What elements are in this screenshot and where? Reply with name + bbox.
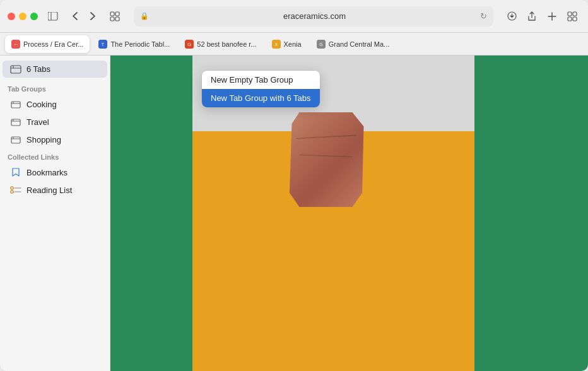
sidebar-item-shopping[interactable]: Shopping bbox=[3, 131, 107, 148]
green-right-panel bbox=[474, 56, 588, 371]
address-bar[interactable]: 🔒 eraceramics.com ↻ bbox=[134, 6, 493, 26]
tab-label-0: Process / Era Cer... bbox=[23, 40, 83, 48]
privacy-icon: 🔒 bbox=[140, 12, 149, 20]
back-button[interactable] bbox=[67, 8, 83, 25]
shopping-label: Shopping bbox=[26, 135, 61, 144]
tab-favicon-3: X bbox=[272, 40, 281, 49]
forward-button[interactable] bbox=[85, 8, 101, 25]
svg-rect-24 bbox=[11, 102, 20, 108]
content-area: New Empty Tab Group New Tab Group with 6… bbox=[110, 56, 588, 371]
tab-groups-section-label: Tab Groups bbox=[0, 80, 110, 95]
current-tabs-label: 6 Tabs bbox=[26, 64, 50, 74]
refresh-button[interactable]: ↻ bbox=[480, 11, 487, 21]
current-tabs-item[interactable]: 6 Tabs bbox=[3, 61, 107, 78]
page-content bbox=[110, 56, 588, 371]
svg-text:G: G bbox=[187, 42, 191, 47]
new-tab-button[interactable] bbox=[544, 8, 560, 25]
clay-crease-2 bbox=[299, 154, 352, 157]
tab-favicon-2: G bbox=[185, 40, 194, 49]
travel-label: Travel bbox=[26, 117, 49, 127]
svg-rect-0 bbox=[48, 12, 57, 20]
shopping-icon bbox=[10, 134, 21, 145]
tab-favicon-1: T bbox=[98, 40, 107, 49]
bottom-yellow-area bbox=[192, 131, 474, 371]
svg-rect-7 bbox=[568, 12, 572, 16]
sidebar-toggle-button[interactable] bbox=[47, 10, 59, 23]
traffic-lights bbox=[8, 13, 38, 20]
svg-rect-30 bbox=[11, 137, 20, 143]
cooking-icon bbox=[10, 98, 21, 110]
svg-text:T: T bbox=[102, 42, 105, 47]
svg-text:G: G bbox=[319, 42, 322, 47]
sidebar: 6 Tabs Tab Groups Cooking bbox=[0, 56, 110, 371]
bookmarks-label: Bookmarks bbox=[26, 168, 68, 177]
browser-window: 🔒 eraceramics.com ↻ bbox=[0, 0, 588, 371]
dropdown-item-new-empty[interactable]: New Empty Tab Group bbox=[202, 71, 320, 89]
dropdown-item-new-with-tabs[interactable]: New Tab Group with 6 Tabs bbox=[202, 89, 320, 107]
svg-rect-2 bbox=[110, 12, 114, 16]
tab-label-3: Xenia bbox=[284, 40, 302, 48]
minimize-button[interactable] bbox=[19, 13, 26, 20]
svg-rect-27 bbox=[11, 119, 20, 126]
tab-3[interactable]: X Xenia bbox=[266, 35, 308, 53]
tab-label-1: The Periodic Tabl... bbox=[110, 40, 170, 48]
tab-4[interactable]: G Grand Central Ma... bbox=[310, 35, 396, 53]
sidebar-item-bookmarks[interactable]: Bookmarks bbox=[3, 163, 107, 181]
toolbar-right bbox=[503, 8, 580, 25]
title-bar: 🔒 eraceramics.com ↻ bbox=[0, 0, 588, 33]
svg-rect-9 bbox=[568, 17, 572, 21]
tabs-icon bbox=[10, 65, 21, 74]
tab-label-2: 52 best banofee r... bbox=[197, 40, 256, 48]
travel-icon bbox=[10, 116, 21, 127]
svg-rect-10 bbox=[573, 17, 577, 21]
svg-rect-3 bbox=[115, 12, 119, 16]
tab-favicon-4: G bbox=[317, 40, 326, 49]
green-left-panel bbox=[110, 56, 192, 371]
sidebar-item-reading-list[interactable]: Reading List bbox=[3, 181, 107, 199]
clay-crease-1 bbox=[296, 134, 356, 139]
reading-list-label: Reading List bbox=[26, 186, 72, 195]
dropdown-menu: New Empty Tab Group New Tab Group with 6… bbox=[202, 71, 320, 107]
tab-0[interactable]: ← Process / Era Cer... bbox=[5, 35, 90, 53]
tab-2[interactable]: G 52 best banofee r... bbox=[179, 35, 262, 53]
close-button[interactable] bbox=[8, 13, 15, 20]
nav-buttons bbox=[67, 8, 101, 25]
tabs-panel-button[interactable] bbox=[106, 8, 124, 25]
svg-point-34 bbox=[11, 191, 13, 193]
collected-links-section-label: Collected Links bbox=[0, 148, 110, 163]
cooking-label: Cooking bbox=[26, 100, 57, 109]
tab-1[interactable]: T The Periodic Tabl... bbox=[92, 35, 176, 53]
url-text: eraceramics.com bbox=[153, 11, 476, 21]
clay-body bbox=[288, 112, 364, 207]
svg-point-33 bbox=[11, 187, 13, 189]
clay-sculpture bbox=[288, 112, 364, 207]
svg-rect-8 bbox=[573, 12, 577, 16]
main-area: 6 Tabs Tab Groups Cooking bbox=[0, 56, 588, 371]
svg-rect-21 bbox=[11, 66, 21, 73]
sidebar-item-cooking[interactable]: Cooking bbox=[3, 95, 107, 113]
sidebar-item-travel[interactable]: Travel bbox=[3, 113, 107, 131]
maximize-button[interactable] bbox=[30, 13, 38, 20]
svg-rect-4 bbox=[110, 17, 114, 21]
tab-overview-button[interactable] bbox=[564, 8, 580, 25]
tab-favicon-0: ← bbox=[11, 40, 20, 49]
bookmark-icon bbox=[10, 167, 21, 178]
share-button[interactable] bbox=[524, 8, 540, 25]
reading-list-icon bbox=[10, 184, 21, 196]
svg-rect-5 bbox=[115, 17, 119, 21]
svg-text:←: ← bbox=[13, 42, 18, 47]
tab-label-4: Grand Central Ma... bbox=[329, 40, 390, 48]
svg-text:X: X bbox=[274, 42, 278, 47]
downloads-button[interactable] bbox=[503, 8, 520, 25]
tab-bar: ← Process / Era Cer... T The Periodic Ta… bbox=[0, 33, 588, 56]
